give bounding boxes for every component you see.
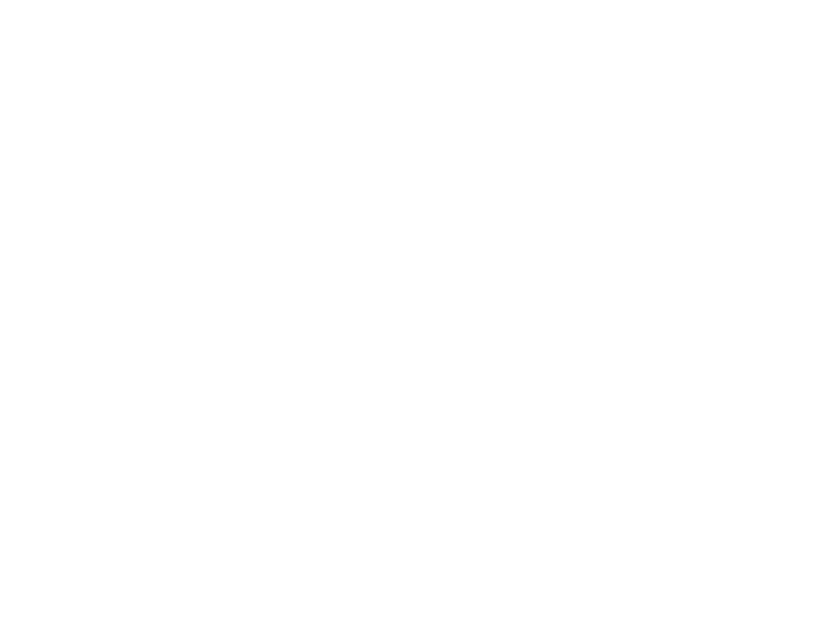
- chart-container: [0, 0, 840, 639]
- labels-column: [9, 34, 155, 549]
- bars-area: [155, 34, 831, 549]
